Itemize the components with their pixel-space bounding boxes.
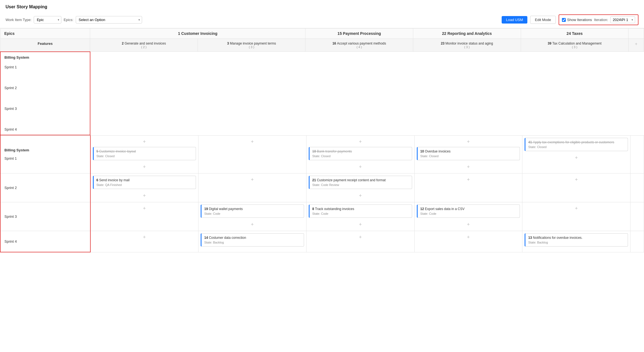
- story-18-id: 18: [312, 149, 317, 153]
- story-21-id: 21: [312, 178, 317, 182]
- story-19-state: State: Code: [204, 212, 301, 215]
- show-iterations-checkbox[interactable]: [562, 18, 566, 22]
- page-title: User Story Mapping: [6, 4, 638, 9]
- story-6-state: State: QA Finished: [96, 183, 193, 187]
- story-41-card[interactable]: 41 Apply tax exemptions for eligible pro…: [525, 138, 628, 151]
- sprint3-f3-cell: 19 Digital wallet payments State: Code +: [198, 202, 306, 231]
- add-story-sprint3-f3-b[interactable]: +: [201, 221, 304, 229]
- add-story-sprint1-f23-b[interactable]: +: [417, 163, 520, 171]
- story-18-card[interactable]: 18 Bank transfer payments State: Closed: [309, 147, 412, 160]
- usm-container: Epics 1 Customer Invoicing 15 Payment Pr…: [0, 28, 644, 252]
- sprint4-label: Sprint 4: [4, 127, 86, 131]
- feature-2-cell: 2 Generate and send invoices ( 2 ): [90, 39, 198, 52]
- story-5-state: State: Closed: [96, 154, 193, 158]
- story-13-card[interactable]: 13 Notifications for overdue invoices. S…: [525, 233, 628, 247]
- add-feature-plus[interactable]: +: [632, 42, 640, 46]
- feature-add-cell[interactable]: +: [629, 39, 644, 52]
- show-iterations-text: Show Iterations: [567, 18, 592, 22]
- sprint2-f2-cell: 6 Send invoice by mail State: QA Finishe…: [90, 173, 198, 202]
- add-story-sprint2-f39[interactable]: +: [525, 176, 628, 184]
- usm-table: Epics 1 Customer Invoicing 15 Payment Pr…: [0, 28, 644, 135]
- sprint3-label-cell: Sprint 3: [0, 202, 90, 231]
- feature-3-cell: 3 Manage invoice payment terms ( 3 ): [198, 39, 305, 52]
- story-10-card[interactable]: 10 Overdue invoices State: Closed: [417, 147, 520, 160]
- story-21-card[interactable]: 21 Customize payment receipt content and…: [309, 176, 412, 189]
- story-10-id: 10: [420, 149, 425, 153]
- work-item-type-select-wrapper: Epic ▾: [34, 16, 61, 24]
- add-story-sprint1-f23[interactable]: +: [417, 138, 520, 146]
- sprint4-f2-cell: +: [90, 231, 198, 252]
- billing-system-text: Billing System: [4, 148, 86, 152]
- add-story-sprint1-f2-b[interactable]: +: [93, 163, 196, 171]
- sprint3-f39-cell: +: [522, 202, 630, 231]
- add-story-sprint1-f2[interactable]: +: [93, 138, 196, 146]
- add-story-sprint3-f39[interactable]: +: [525, 205, 628, 213]
- story-13-title: Notifications for overdue invoices.: [533, 236, 582, 240]
- sprint1-f2-cell: + 5 Customize invoice layout State: Clos…: [90, 135, 198, 173]
- sprint1-f16-cell: + 18 Bank transfer payments State: Close…: [306, 135, 414, 173]
- add-story-sprint2-f16-b[interactable]: +: [309, 192, 412, 200]
- add-story-sprint2-f23[interactable]: +: [417, 176, 520, 184]
- sprint1-f39-cell: 41 Apply tax exemptions for eligible pro…: [522, 135, 630, 173]
- sprint4-f39-cell: 13 Notifications for overdue invoices. S…: [522, 231, 630, 252]
- sprint3-extra: [630, 202, 644, 231]
- sprint2-f3-cell: +: [198, 173, 306, 202]
- epic-header-row: Epics 1 Customer Invoicing 15 Payment Pr…: [0, 29, 644, 39]
- add-story-sprint2-f3[interactable]: +: [201, 176, 304, 184]
- sprint4-f16-cell: +: [306, 231, 414, 252]
- add-story-sprint3-f23-b[interactable]: +: [417, 221, 520, 229]
- add-story-sprint4-f23[interactable]: +: [417, 233, 520, 241]
- story-10-state: State: Closed: [420, 154, 517, 158]
- add-story-sprint2-f2[interactable]: +: [93, 192, 196, 200]
- story-12-id: 12: [420, 207, 425, 211]
- add-story-sprint3-f2[interactable]: +: [93, 205, 196, 213]
- story-12-card[interactable]: 12 Export sales data in a CSV State: Cod…: [417, 205, 520, 218]
- load-usm-button[interactable]: Load USM: [502, 16, 527, 24]
- features-col-label: Features: [0, 39, 90, 52]
- extra-th: [629, 29, 644, 39]
- sprint1-row: Billing System Sprint 1 + 5 Customize in…: [0, 135, 644, 173]
- sprint4-f23-cell: +: [414, 231, 522, 252]
- epics-select-wrapper: Select an Option ▾: [76, 16, 142, 24]
- story-13-id: 13: [528, 236, 533, 240]
- story-10-title: Overdue invoices: [425, 149, 451, 153]
- add-story-sprint4-f2[interactable]: +: [93, 233, 196, 241]
- story-19-card[interactable]: 19 Digital wallet payments State: Code: [201, 205, 304, 218]
- story-5-card[interactable]: 5 Customize invoice layout State: Closed: [93, 147, 196, 160]
- usm-body-table: Billing System Sprint 1 + 5 Customize in…: [0, 135, 644, 253]
- story-8-state: State: Code: [312, 212, 409, 215]
- story-41-title: Apply tax exemptions for eligible produc…: [533, 140, 614, 144]
- story-5-title: Customize invoice layout: [99, 149, 136, 153]
- story-41-state: State: Closed: [528, 145, 625, 149]
- add-story-sprint1-f3[interactable]: +: [201, 138, 304, 146]
- add-story-sprint1-f16-b[interactable]: +: [309, 163, 412, 171]
- sprint4-f3-cell: 14 Costumer data correction State: Backl…: [198, 231, 306, 252]
- sprint3-f23-cell: 12 Export sales data in a CSV State: Cod…: [414, 202, 522, 231]
- story-6-card[interactable]: 6 Send invoice by mail State: QA Finishe…: [93, 176, 196, 189]
- add-story-sprint4-f16[interactable]: +: [309, 233, 412, 241]
- toolbar: Work Item Type: Epic ▾ Epics: Select an …: [0, 12, 644, 28]
- show-iterations-label[interactable]: Show Iterations: [562, 18, 592, 22]
- work-item-type-select[interactable]: Epic: [34, 16, 61, 24]
- sprint3-f16-cell: 8 Track outstanding invoices State: Code…: [306, 202, 414, 231]
- sprint4-text: Sprint 4: [4, 239, 86, 244]
- billing-system-label: Billing System: [4, 55, 86, 59]
- epics-select[interactable]: Select an Option: [76, 16, 142, 24]
- story-12-state: State: Code: [420, 212, 517, 215]
- story-41-id: 41: [528, 140, 533, 144]
- sprint1-text: Sprint 1: [4, 156, 86, 161]
- sprint4-row: Sprint 4 + 14 Costumer data correction: [0, 231, 644, 252]
- sprint2-f39-cell: +: [522, 173, 630, 202]
- edit-mode-button[interactable]: Edit Mode: [530, 16, 556, 24]
- story-8-card[interactable]: 8 Track outstanding invoices State: Code: [309, 205, 412, 218]
- add-story-sprint1-f39-b[interactable]: +: [525, 154, 628, 162]
- story-21-state: State: Code Review: [312, 183, 409, 187]
- feature-header-row: Features 2 Generate and send invoices ( …: [0, 39, 644, 52]
- add-story-sprint3-f16-b[interactable]: +: [309, 221, 412, 229]
- story-14-card[interactable]: 14 Costumer data correction State: Backl…: [201, 233, 304, 247]
- work-item-type-label: Work Item Type:: [6, 18, 32, 22]
- add-story-sprint1-f16[interactable]: +: [309, 138, 412, 146]
- iteration-select[interactable]: 2024\PI 1: [610, 16, 635, 23]
- epics-label: Epics:: [64, 18, 73, 22]
- story-14-state: State: Backlog: [204, 241, 301, 244]
